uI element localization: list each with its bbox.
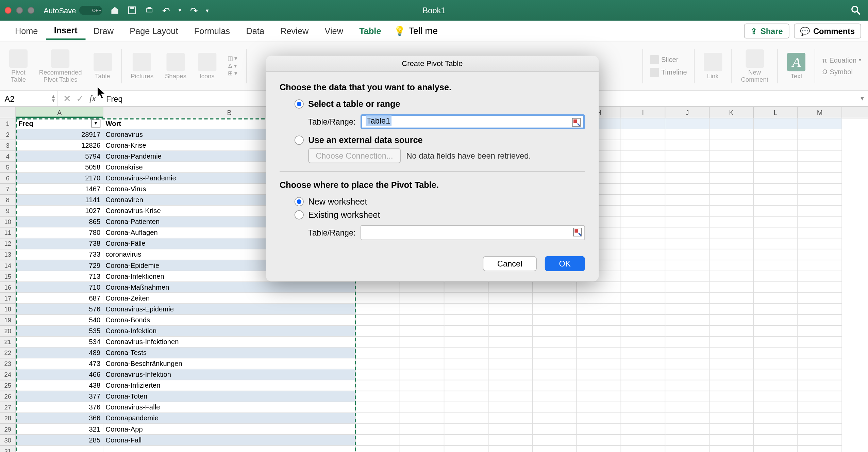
cell[interactable] <box>754 380 798 391</box>
cell[interactable] <box>621 348 665 358</box>
cell[interactable] <box>356 304 400 315</box>
cell[interactable] <box>798 173 842 184</box>
cell[interactable] <box>356 402 400 413</box>
cell[interactable] <box>356 293 400 304</box>
cell[interactable] <box>665 315 710 326</box>
cell[interactable] <box>754 206 798 216</box>
cell[interactable] <box>444 358 488 369</box>
cell[interactable] <box>356 337 400 348</box>
cell[interactable] <box>400 424 444 435</box>
cell[interactable] <box>400 435 444 446</box>
cell[interactable]: 733 <box>16 249 103 260</box>
cell[interactable] <box>621 140 665 151</box>
row-header[interactable]: 16 <box>0 282 16 293</box>
cell[interactable] <box>754 195 798 206</box>
cell[interactable] <box>444 413 488 424</box>
cell[interactable] <box>577 358 621 369</box>
cell[interactable] <box>710 391 754 402</box>
radio-icon[interactable] <box>295 197 304 206</box>
cell[interactable]: 738 <box>16 238 103 249</box>
cell[interactable]: 729 <box>16 260 103 271</box>
ribbon-pictures[interactable]: Pictures <box>126 51 158 80</box>
cell[interactable] <box>665 151 710 162</box>
cell[interactable] <box>533 380 577 391</box>
cell[interactable] <box>665 162 710 173</box>
radio-existing-worksheet[interactable]: Existing worksheet <box>295 210 585 220</box>
ribbon-recommended-pivot[interactable]: Recommended Pivot Tables <box>34 48 86 84</box>
cell[interactable] <box>488 380 533 391</box>
cell[interactable] <box>798 184 842 195</box>
cell[interactable] <box>444 369 488 380</box>
undo-icon[interactable]: ↶ <box>162 5 170 16</box>
cell[interactable] <box>621 184 665 195</box>
cell[interactable] <box>798 358 842 369</box>
cell[interactable] <box>621 424 665 435</box>
cell[interactable] <box>798 271 842 282</box>
cell[interactable] <box>103 446 356 452</box>
cell[interactable]: 540 <box>16 315 103 326</box>
cell[interactable] <box>488 326 533 337</box>
cell[interactable] <box>621 369 665 380</box>
cell[interactable] <box>577 315 621 326</box>
column-header-m[interactable]: M <box>798 107 842 118</box>
table-row[interactable]: 466Coronavirus-Infektion <box>16 369 868 380</box>
qat-dropdown-icon[interactable]: ▾ <box>206 7 208 14</box>
cell[interactable] <box>798 151 842 162</box>
ribbon-link[interactable]: Link <box>699 51 727 80</box>
cell[interactable] <box>710 348 754 358</box>
cell[interactable]: Freq▾ <box>16 118 103 129</box>
tab-view[interactable]: View <box>317 22 351 39</box>
cell[interactable] <box>798 238 842 249</box>
table-row[interactable]: 473Corona-Beschränkungen <box>16 358 868 369</box>
cell[interactable] <box>710 304 754 315</box>
cell[interactable] <box>444 282 488 293</box>
cell[interactable] <box>444 348 488 358</box>
cell[interactable] <box>621 238 665 249</box>
row-header[interactable]: 5 <box>0 162 16 173</box>
cell[interactable] <box>356 391 400 402</box>
cancel-formula-icon[interactable]: ✕ <box>63 93 71 104</box>
cell[interactable] <box>798 118 842 129</box>
cell[interactable] <box>621 260 665 271</box>
cell[interactable] <box>798 195 842 206</box>
cell[interactable]: Corona-Bonds <box>103 315 356 326</box>
cell[interactable] <box>754 151 798 162</box>
cell[interactable] <box>621 293 665 304</box>
cell[interactable] <box>710 293 754 304</box>
cell[interactable] <box>577 337 621 348</box>
cell[interactable]: Corona-Maßnahmen <box>103 282 356 293</box>
cell[interactable] <box>577 369 621 380</box>
cell[interactable]: Coronavirus-Infektion <box>103 369 356 380</box>
row-header[interactable]: 17 <box>0 293 16 304</box>
cell[interactable] <box>754 369 798 380</box>
cell[interactable] <box>798 402 842 413</box>
cell[interactable] <box>533 282 577 293</box>
cell[interactable] <box>665 348 710 358</box>
cell[interactable] <box>798 391 842 402</box>
cell[interactable] <box>356 446 400 452</box>
cell[interactable] <box>665 140 710 151</box>
cell[interactable] <box>444 402 488 413</box>
cell[interactable] <box>665 227 710 238</box>
cell[interactable] <box>754 293 798 304</box>
cell[interactable] <box>710 206 754 216</box>
table-row[interactable]: 376Coronavirus-Fälle <box>16 402 868 413</box>
row-header[interactable]: 31 <box>0 446 16 452</box>
cell[interactable]: Corona-App <box>103 424 356 435</box>
cell[interactable] <box>444 380 488 391</box>
cell[interactable]: Corona-Fall <box>103 435 356 446</box>
cell[interactable] <box>488 304 533 315</box>
cell[interactable] <box>577 413 621 424</box>
cell[interactable]: 534 <box>16 337 103 348</box>
cell[interactable] <box>754 260 798 271</box>
cell[interactable] <box>754 424 798 435</box>
cell[interactable] <box>710 337 754 348</box>
fx-icon[interactable]: fx <box>89 94 96 103</box>
search-icon[interactable] <box>851 5 861 15</box>
cell[interactable] <box>710 326 754 337</box>
radio-external-source[interactable]: Use an external data source <box>295 135 585 145</box>
cell[interactable]: 713 <box>16 271 103 282</box>
cell[interactable] <box>710 151 754 162</box>
cell[interactable]: 576 <box>16 304 103 315</box>
cell[interactable]: 5794 <box>16 151 103 162</box>
